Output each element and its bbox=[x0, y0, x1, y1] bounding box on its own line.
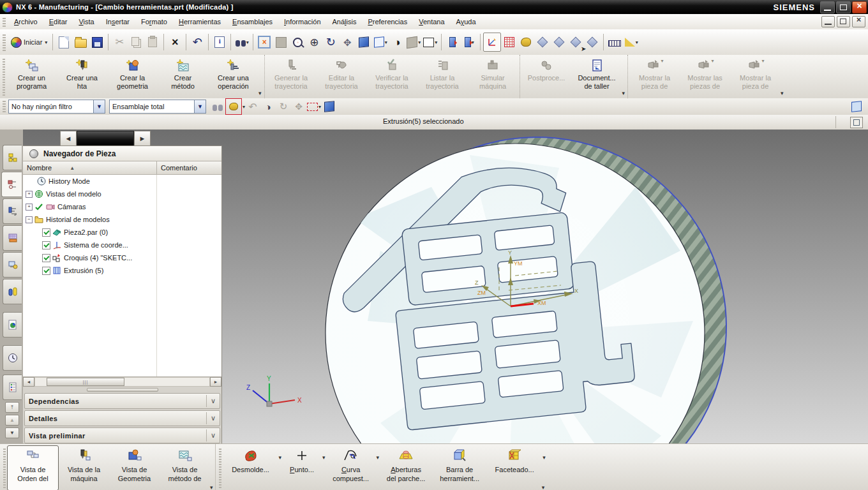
find-button[interactable]: ▾ bbox=[234, 33, 250, 51]
menu-ayuda[interactable]: Ayuda bbox=[451, 16, 482, 27]
part-navigator-tab[interactable] bbox=[1, 172, 22, 197]
measure-angle-button[interactable]: ▾ bbox=[623, 33, 640, 51]
menu-analisis[interactable]: Análisis bbox=[327, 16, 363, 27]
column-divider[interactable] bbox=[156, 175, 157, 376]
faceteado-button[interactable]: Faceteado... bbox=[486, 445, 542, 490]
zoom-in-out-button[interactable]: ⊕ bbox=[306, 33, 322, 51]
close-button[interactable] bbox=[852, 1, 867, 13]
fullscreen-button[interactable] bbox=[849, 99, 864, 114]
checkbox-checked[interactable] bbox=[42, 254, 50, 262]
mostrar-pieza-1-button[interactable]: ▾ Mostrar lapieza de bbox=[629, 56, 680, 98]
snap-web-button[interactable] bbox=[501, 33, 518, 51]
web-browser-tab[interactable] bbox=[3, 312, 22, 338]
drag-bar[interactable] bbox=[77, 131, 134, 146]
vista-orden-programa-button[interactable]: Vista deOrden del bbox=[7, 445, 59, 490]
checkbox-checked[interactable] bbox=[42, 228, 50, 237]
tree-row-history-mode[interactable]: History Mode bbox=[23, 175, 221, 188]
shaded-select-button[interactable] bbox=[322, 99, 337, 114]
find-component-button[interactable] bbox=[210, 99, 225, 114]
menu-editar[interactable]: Editar bbox=[43, 16, 73, 27]
toolbar-grip[interactable] bbox=[3, 59, 5, 96]
verificar-trayectoria-button[interactable]: Verificar latrayectoria bbox=[367, 56, 417, 98]
snap-point-3-button[interactable] bbox=[584, 33, 601, 51]
punto-button[interactable]: Punto... bbox=[281, 445, 322, 490]
history-tab[interactable] bbox=[3, 345, 22, 371]
chevron-down-icon[interactable]: ∨ bbox=[206, 429, 220, 442]
status-grid-button[interactable] bbox=[850, 117, 863, 128]
dependencias-panel[interactable]: Dependencias ∨ bbox=[24, 393, 220, 409]
undo-button[interactable]: ↶ bbox=[189, 33, 206, 51]
group-more-button[interactable]: ▾ bbox=[622, 90, 627, 98]
zoom-box-button[interactable] bbox=[273, 33, 289, 51]
vista-maquina-button[interactable]: Vista de lamáquina bbox=[59, 445, 109, 490]
menu-preferencias[interactable]: Preferencias bbox=[362, 16, 413, 27]
tree-row-croquis[interactable]: Croquis (4) "SKETC... bbox=[23, 251, 221, 264]
previous-selection-button[interactable]: ↶ bbox=[245, 99, 260, 114]
start-menu-button[interactable]: Iniciar ▾ bbox=[8, 33, 50, 51]
system-materials-tab[interactable] bbox=[3, 375, 22, 400]
generar-trayectoria-button[interactable]: Generar latrayectoria bbox=[266, 56, 317, 98]
tree-row-extrusion[interactable]: Extrusión (5) bbox=[23, 264, 221, 277]
clip-section-button[interactable] bbox=[444, 33, 461, 51]
aberturas-parche-button[interactable]: Aberturasdel parche... bbox=[379, 445, 433, 490]
type-filter-combo[interactable]: No hay ningún filtro ▼ bbox=[8, 100, 105, 114]
crear-operacion-button[interactable]: Crear unaoperación bbox=[208, 56, 258, 98]
desmoldeo-button[interactable]: Desmolde... bbox=[223, 445, 279, 490]
palette-button[interactable] bbox=[518, 33, 534, 51]
rotate-view-button[interactable]: ↻ bbox=[322, 33, 339, 51]
rendering-style-button[interactable]: ▾ bbox=[372, 33, 389, 51]
paste-button[interactable] bbox=[144, 33, 161, 51]
shaded-view-button[interactable] bbox=[355, 33, 372, 51]
toolbar-grip[interactable] bbox=[219, 448, 221, 488]
measure-distance-button[interactable] bbox=[606, 33, 623, 51]
toolbar-grip[interactable] bbox=[3, 448, 6, 488]
collapse-icon[interactable]: − bbox=[26, 216, 33, 223]
information-button[interactable]: i bbox=[211, 33, 228, 51]
background-button[interactable]: ◑ bbox=[389, 33, 405, 51]
toolbar-grip[interactable] bbox=[3, 33, 6, 51]
reuse-library-tab[interactable] bbox=[3, 252, 22, 278]
chevron-down-icon[interactable]: ∨ bbox=[206, 412, 220, 424]
snap-cursor-button[interactable]: ➤ bbox=[567, 33, 584, 51]
save-button[interactable] bbox=[89, 33, 105, 51]
clip-section-2-button[interactable]: ▾ bbox=[461, 33, 477, 51]
documento-taller-button[interactable]: Document...de taller bbox=[572, 56, 622, 98]
menu-herramientas[interactable]: Herramientas bbox=[173, 16, 227, 27]
curva-compuesta-button[interactable]: Curvacompuest... bbox=[326, 445, 377, 490]
collapse-left-button[interactable]: ◄ bbox=[60, 131, 77, 146]
crear-geometria-button[interactable]: Crear lageometria bbox=[107, 56, 158, 98]
machine-tool-navigator-tab[interactable] bbox=[3, 225, 22, 251]
vista-metodo-button[interactable]: Vista demétodo de bbox=[160, 445, 210, 490]
navigator-titlebar[interactable]: Navegador de Pieza bbox=[23, 146, 221, 161]
group-more-button[interactable]: ▾ bbox=[542, 484, 545, 490]
scroll-thumb[interactable]: ||| bbox=[47, 378, 124, 386]
mostrar-piezas-button[interactable]: ▾ Mostrar laspiezas de bbox=[680, 56, 730, 98]
snap-point-button[interactable] bbox=[225, 98, 242, 115]
mdi-restore-button[interactable] bbox=[837, 16, 850, 27]
minimize-button[interactable] bbox=[820, 1, 835, 13]
window-style-button[interactable]: ▾ bbox=[422, 33, 438, 51]
expand-icon[interactable]: + bbox=[26, 191, 33, 198]
move-component-button[interactable]: ✥ bbox=[291, 99, 306, 114]
menu-formato[interactable]: Formato bbox=[135, 16, 173, 27]
display-mode-button[interactable]: ▾ bbox=[405, 33, 422, 51]
barra-herramientas-button[interactable]: Barra deherramient... bbox=[433, 445, 486, 490]
simular-maquina-button[interactable]: Simularmáquina bbox=[468, 56, 518, 98]
column-comentario[interactable]: Comentario bbox=[157, 161, 221, 174]
open-file-button[interactable] bbox=[72, 33, 89, 51]
menu-ensamblajes[interactable]: Ensamblajes bbox=[227, 16, 278, 27]
snap-point-2-button[interactable] bbox=[551, 33, 567, 51]
tree-row-vistas-del-modelo[interactable]: + Vistas del modelo bbox=[23, 188, 221, 200]
menu-insertar[interactable]: Insertar bbox=[100, 16, 135, 27]
operation-navigator-tab[interactable] bbox=[3, 198, 22, 224]
copy-button[interactable] bbox=[128, 33, 144, 51]
chevron-down-icon[interactable]: ∨ bbox=[206, 395, 220, 407]
assembly-navigator-tab[interactable] bbox=[3, 145, 22, 170]
menu-archivo[interactable]: Archivo bbox=[8, 16, 43, 27]
sidebar-scroll-up-button[interactable]: ▲ bbox=[5, 415, 19, 426]
sidebar-scroll-down-button[interactable]: ▼ bbox=[5, 427, 19, 438]
tree-row-camaras[interactable]: + Cámaras bbox=[23, 200, 221, 213]
crear-herramienta-button[interactable]: Crear unahta bbox=[57, 56, 107, 98]
mostrar-pieza-2-button[interactable]: ▾ Mostrar lapieza de bbox=[730, 56, 781, 98]
zoom-region-button[interactable] bbox=[289, 33, 306, 51]
